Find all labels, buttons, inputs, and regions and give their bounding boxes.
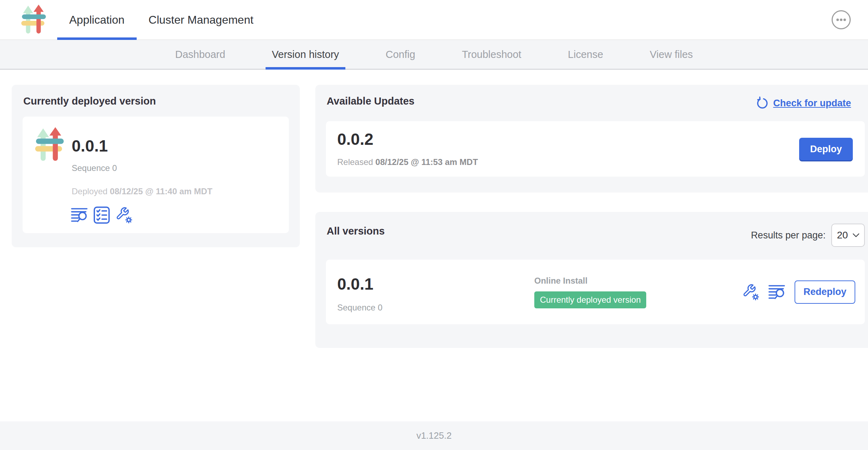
update-version-number: 0.0.2 <box>337 130 373 149</box>
redeploy-button[interactable]: Redeploy <box>795 280 855 304</box>
header-tab-label: Application <box>69 13 125 26</box>
row-sequence: Sequence 0 <box>337 303 382 313</box>
released-prefix: Released <box>337 157 375 167</box>
deployed-timestamp: Deployed 08/12/25 @ 11:40 am MDT <box>72 186 212 196</box>
deployed-prefix: Deployed <box>72 186 110 196</box>
deployed-actions <box>71 206 132 224</box>
results-per-page-select[interactable]: 20 <box>831 224 865 247</box>
header-tab-label: Cluster Management <box>149 13 254 26</box>
row-actions: Redeploy <box>742 260 855 324</box>
results-per-page-control: Results per page: 20 <box>751 224 865 247</box>
subnav-tab-view-files[interactable]: View files <box>643 40 699 69</box>
header-tab-cluster-management[interactable]: Cluster Management <box>137 0 266 40</box>
subnav-tab-version-history[interactable]: Version history <box>266 40 345 69</box>
config-icon[interactable] <box>742 284 759 301</box>
subnav-tab-label: View files <box>650 49 693 60</box>
release-notes-icon[interactable] <box>71 208 88 223</box>
app-logo-icon <box>34 127 65 162</box>
row-install-type: Online Install <box>534 276 588 286</box>
chevron-down-icon <box>852 233 860 238</box>
config-icon[interactable] <box>115 207 132 224</box>
check-for-update-link[interactable]: Check for update <box>755 96 851 110</box>
app-logo-icon <box>20 5 47 35</box>
footer-version: v1.125.2 <box>416 430 452 441</box>
version-row: 0.0.1 Sequence 0 Online Install Currentl… <box>326 260 865 324</box>
results-per-page-value: 20 <box>837 230 848 241</box>
subnav-tab-label: Troubleshoot <box>462 49 521 60</box>
kots-admin-console: Application Cluster Management Dashboard… <box>0 0 868 450</box>
row-version-number: 0.0.1 <box>337 274 373 294</box>
header-tabs: Application Cluster Management <box>57 0 266 40</box>
subnav-tab-label: Dashboard <box>175 49 225 60</box>
subnav-tab-dashboard[interactable]: Dashboard <box>169 40 232 69</box>
subnav-tab-license[interactable]: License <box>561 40 610 69</box>
subnav-tab-label: Version history <box>272 49 339 60</box>
preflight-checks-icon[interactable] <box>94 206 110 224</box>
deployed-version-panel: 0.0.1 Sequence 0 Deployed 08/12/25 @ 11:… <box>23 117 289 233</box>
all-versions-title: All versions <box>327 225 385 237</box>
deploy-button[interactable]: Deploy <box>799 138 853 160</box>
app-header: Application Cluster Management <box>0 0 868 40</box>
deployed-sequence: Sequence 0 <box>72 163 117 173</box>
released-date: 08/12/25 @ 11:53 am MDT <box>375 157 478 167</box>
refresh-icon <box>755 96 769 110</box>
deployed-card-title: Currently deployed version <box>23 95 156 107</box>
app-footer: v1.125.2 <box>0 421 868 450</box>
available-updates-section: Available Updates Check for update 0.0.2… <box>315 85 868 193</box>
deployed-version-number: 0.0.1 <box>72 137 108 155</box>
subnav-tab-label: Config <box>386 49 415 60</box>
ellipsis-menu-icon[interactable] <box>831 10 851 30</box>
status-badge: Currently deployed version <box>534 291 646 308</box>
currently-deployed-card: Currently deployed version 0.0.1 Sequenc… <box>12 85 300 247</box>
check-for-update-label: Check for update <box>773 98 851 109</box>
header-tab-application[interactable]: Application <box>57 0 137 40</box>
update-released-timestamp: Released 08/12/25 @ 11:53 am MDT <box>337 157 478 167</box>
all-versions-section: All versions Results per page: 20 0.0.1 … <box>315 212 868 348</box>
subnav-tab-config[interactable]: Config <box>379 40 422 69</box>
subnav-tab-label: License <box>568 49 603 60</box>
subnav-tab-troubleshoot[interactable]: Troubleshoot <box>456 40 528 69</box>
update-card: 0.0.2 Released 08/12/25 @ 11:53 am MDT D… <box>326 121 865 177</box>
results-per-page-label: Results per page: <box>751 230 826 241</box>
available-updates-title: Available Updates <box>327 95 415 107</box>
deployed-date: 08/12/25 @ 11:40 am MDT <box>110 186 212 196</box>
app-subnav: Dashboard Version history Config Trouble… <box>0 40 868 70</box>
release-notes-icon[interactable] <box>768 285 785 300</box>
main-content: Currently deployed version 0.0.1 Sequenc… <box>0 70 868 421</box>
